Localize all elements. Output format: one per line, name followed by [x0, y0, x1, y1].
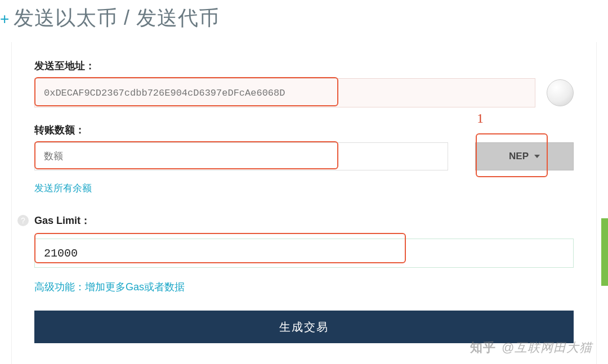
amount-label: 转账数额：	[34, 123, 574, 137]
help-icon[interactable]: ?	[17, 215, 29, 226]
gas-limit-input[interactable]	[34, 239, 574, 268]
amount-input[interactable]	[34, 142, 448, 170]
watermark-handle: @互联网田大猫	[502, 339, 592, 356]
address-input[interactable]	[34, 78, 535, 107]
advanced-options-link[interactable]: 高级功能：增加更多Gas或者数据	[34, 280, 185, 294]
page-title: 发送以太币 / 发送代币	[0, 0, 608, 42]
send-form-panel: 发送至地址： 1 转账数额： NEP 发送所有余额 ? Gas Limit： 高…	[11, 42, 597, 364]
side-accent-bar	[601, 218, 608, 286]
plus-icon: +	[0, 10, 9, 28]
send-all-link[interactable]: 发送所有余额	[34, 182, 92, 195]
gas-field-group: ? Gas Limit： 高级功能：增加更多Gas或者数据	[34, 214, 574, 294]
address-field-group: 发送至地址： 1	[34, 59, 574, 107]
generate-transaction-button[interactable]: 生成交易	[34, 311, 574, 343]
token-selected-label: NEP	[509, 151, 529, 162]
address-label: 发送至地址：	[34, 59, 574, 73]
zhihu-logo: 知乎	[470, 339, 496, 356]
token-dropdown[interactable]: NEP	[475, 142, 574, 170]
watermark: 知乎 @互联网田大猫	[470, 339, 592, 356]
gas-label: Gas Limit：	[34, 214, 574, 227]
address-identicon	[547, 79, 574, 106]
amount-field-group: 转账数额： NEP	[34, 123, 574, 170]
caret-down-icon	[534, 155, 540, 158]
